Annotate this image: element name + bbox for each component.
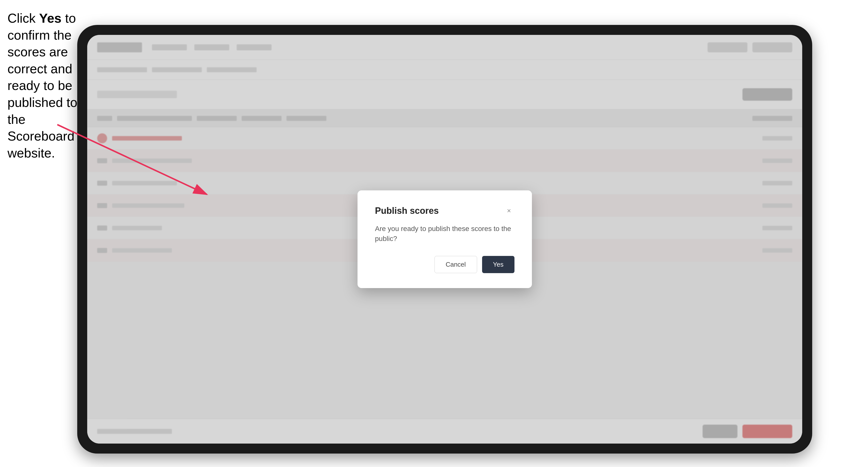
instruction-prefix: Click — [7, 11, 39, 25]
yes-button[interactable]: Yes — [482, 256, 515, 273]
instruction-text: Click Yes to confirm the scores are corr… — [7, 10, 80, 161]
instruction-suffix: to confirm the scores are correct and re… — [7, 11, 77, 160]
cancel-button[interactable]: Cancel — [434, 256, 477, 273]
modal-body-text: Are you ready to publish these scores to… — [375, 224, 515, 243]
tablet-device: Publish scores × Are you ready to publis… — [77, 25, 812, 454]
modal-overlay: Publish scores × Are you ready to publis… — [87, 35, 802, 443]
tablet-screen: Publish scores × Are you ready to publis… — [87, 35, 802, 443]
modal-footer: Cancel Yes — [375, 256, 515, 273]
modal-title: Publish scores — [375, 206, 439, 216]
publish-scores-modal: Publish scores × Are you ready to publis… — [358, 190, 532, 288]
instruction-bold: Yes — [39, 11, 62, 25]
modal-title-row: Publish scores × — [375, 205, 515, 216]
modal-close-button[interactable]: × — [503, 205, 515, 216]
